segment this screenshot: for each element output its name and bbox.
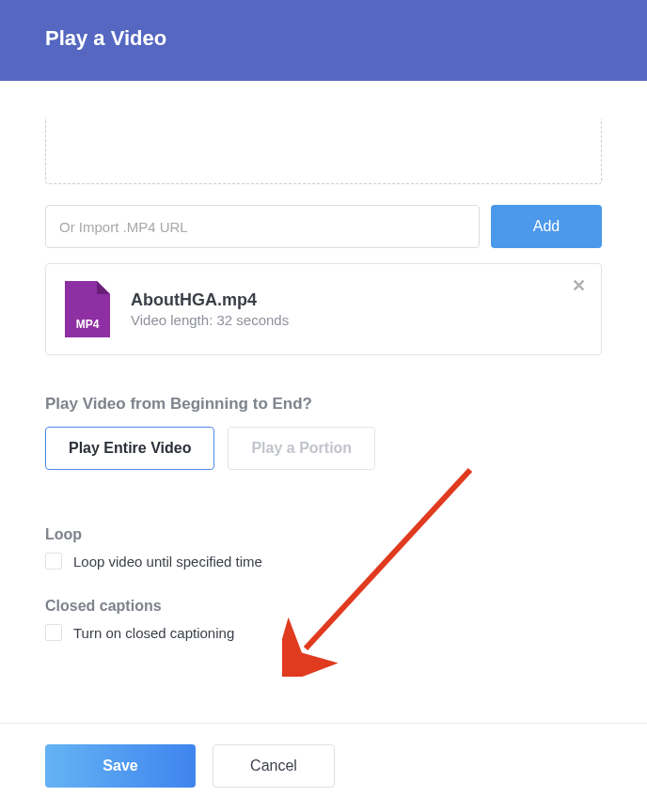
file-info: AboutHGA.mp4 Video length: 32 seconds bbox=[131, 290, 582, 328]
cc-checkbox-label: Turn on closed captioning bbox=[73, 625, 234, 641]
play-entire-button[interactable]: Play Entire Video bbox=[45, 427, 214, 470]
file-name: AboutHGA.mp4 bbox=[131, 290, 582, 310]
dialog-header: Play a Video bbox=[0, 0, 647, 81]
dialog-title: Play a Video bbox=[45, 26, 602, 51]
dialog-content: Add MP4 AboutHGA.mp4 Video length: 32 se… bbox=[0, 118, 647, 641]
svg-text:MP4: MP4 bbox=[76, 318, 100, 331]
loop-checkbox-label: Loop video until specified time bbox=[73, 554, 262, 570]
file-card: MP4 AboutHGA.mp4 Video length: 32 second… bbox=[45, 263, 602, 355]
cc-section: Closed captions Turn on closed captionin… bbox=[45, 598, 602, 641]
loop-checkbox-row: Loop video until specified time bbox=[45, 553, 602, 570]
save-button[interactable]: Save bbox=[45, 744, 196, 788]
cc-checkbox[interactable] bbox=[45, 624, 62, 641]
cc-label: Closed captions bbox=[45, 598, 602, 615]
import-url-input[interactable] bbox=[45, 205, 480, 248]
loop-section: Loop Loop video until specified time bbox=[45, 526, 602, 570]
file-mp4-icon: MP4 bbox=[65, 281, 110, 337]
import-row: Add bbox=[45, 205, 602, 248]
cc-checkbox-row: Turn on closed captioning bbox=[45, 624, 602, 641]
cancel-button[interactable]: Cancel bbox=[213, 744, 335, 788]
loop-label: Loop bbox=[45, 526, 602, 543]
add-button[interactable]: Add bbox=[491, 205, 602, 248]
loop-checkbox[interactable] bbox=[45, 553, 62, 570]
range-section-label: Play Video from Beginning to End? bbox=[45, 395, 602, 414]
close-icon[interactable]: ✕ bbox=[572, 277, 586, 294]
dialog-footer: Save Cancel bbox=[0, 723, 647, 812]
play-portion-button[interactable]: Play a Portion bbox=[228, 427, 375, 470]
file-dropzone[interactable] bbox=[45, 118, 602, 184]
range-toggle-row: Play Entire Video Play a Portion bbox=[45, 427, 602, 470]
file-meta: Video length: 32 seconds bbox=[131, 312, 582, 328]
